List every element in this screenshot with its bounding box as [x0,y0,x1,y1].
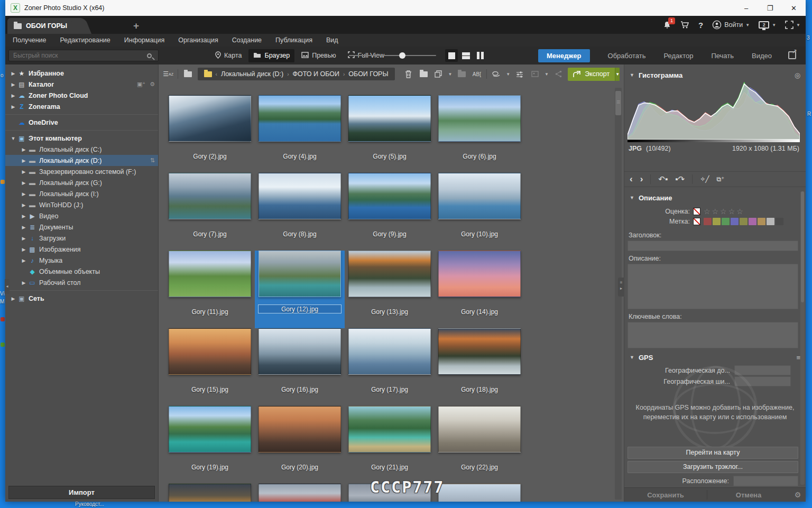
label-swatch[interactable] [740,218,748,225]
file-thumbnail[interactable] [348,328,431,375]
next-file-button[interactable]: › [640,174,643,184]
file-cell[interactable]: Gory (14).jpg [435,251,524,328]
file-name[interactable]: Gory (13).jpg [345,308,435,317]
file-name[interactable]: Gory (19).jpg [165,463,255,472]
file-cell[interactable]: Gory (22).jpg [435,406,524,484]
go-to-map-button[interactable]: Перейти на карту [628,447,798,459]
menu-item[interactable]: Информация [124,36,165,44]
breadcrumb-segment[interactable]: ФОТО И ОБОИ [293,70,339,78]
file-cell[interactable]: Gory (4).jpg [255,95,345,173]
file-name[interactable]: Gory (12).jpg [258,304,342,313]
file-thumbnail[interactable] [348,95,431,142]
file-thumbnail[interactable] [259,95,341,142]
layout-hsplit-button[interactable] [459,49,472,62]
chevron-icon[interactable]: ▶ [10,82,17,87]
import-button[interactable]: Импорт [8,486,155,499]
file-thumbnail[interactable] [438,95,521,142]
label-swatch[interactable] [767,218,774,225]
file-name[interactable]: Gory (17).jpg [345,385,435,394]
gps-header[interactable]: ▼ GPS ≡ [624,351,806,364]
file-name[interactable]: Gory (14).jpg [435,308,524,317]
file-thumbnail[interactable] [348,251,431,297]
sidebar-item-сеть[interactable]: ▶▣Сеть [5,293,158,304]
label-swatch[interactable] [722,218,730,225]
chevron-icon[interactable]: ▶ [10,93,17,98]
filter-icon[interactable] [491,68,502,80]
folder-up-icon[interactable] [182,68,193,80]
new-tab-button[interactable]: + [133,20,139,32]
layout-single-button[interactable] [445,49,458,62]
sidebar-item-onedrive[interactable]: ☁OneDrive [5,117,158,128]
description-textarea[interactable] [628,264,798,309]
sidebar-item-музыка[interactable]: ▶♪Музыка [5,255,158,266]
file-cell[interactable]: Gory (8).jpg [255,173,345,251]
menu-item[interactable]: Вид [326,36,338,44]
mode-tab-Редактор[interactable]: Редактор [663,52,693,60]
label-swatch[interactable] [758,218,765,225]
breadcrumb-segment[interactable]: Локальный диск (D:) [221,70,283,78]
histogram-target-icon[interactable]: ◎ [795,71,800,79]
file-name[interactable]: Gory (5).jpg [345,152,435,161]
file-thumbnail[interactable] [259,406,341,452]
minimize-button[interactable]: – [734,0,758,16]
sign-in-button[interactable]: Войти ▼ [712,20,750,30]
longitude-input[interactable] [734,365,791,375]
help-button[interactable]: ? [698,21,703,30]
file-cell[interactable]: Gory (21).jpg [345,406,435,484]
gps-menu-icon[interactable]: ≡ [796,354,800,362]
file-cell[interactable]: Gory (5).jpg [345,95,435,173]
file-thumbnail[interactable] [438,173,521,219]
keywords-textarea[interactable] [628,322,798,348]
sidebar-item-локальный-диск-c-[interactable]: ▶▬Локальный диск (C:) [5,144,158,155]
mode-tab-Обработать[interactable]: Обработать [608,52,646,60]
chevron-icon[interactable]: ▶ [20,191,27,197]
file-cell[interactable]: Gory (27).jpg [435,484,524,502]
mode-tab-Менеджер[interactable]: Менеджер [538,49,590,62]
file-name[interactable]: Gory (18).jpg [435,385,524,394]
file-thumbnail[interactable] [169,95,251,142]
chevron-icon[interactable]: ▶ [20,180,27,186]
file-name[interactable]: Gory (2).jpg [165,152,255,161]
file-thumbnail[interactable] [438,251,521,297]
scrollbar-thumb[interactable] [801,191,804,302]
panel-splitter-handle[interactable]: ≡▸ [618,278,624,297]
sort-icon[interactable]: ☰AZ [163,68,173,80]
file-name[interactable]: Gory (10).jpg [435,230,524,239]
fullscreen-button[interactable]: ▼ [785,21,800,29]
mode-tab-Видео[interactable]: Видео [752,52,772,60]
file-name[interactable]: Gory (11).jpg [165,308,255,317]
file-thumbnail[interactable] [259,328,341,375]
file-thumbnail[interactable] [259,484,341,502]
rotate-right-icon[interactable]: ▪↷ [675,174,685,184]
copy-icon[interactable] [433,68,444,80]
chevron-icon[interactable]: ▶ [10,296,17,301]
file-cell[interactable]: Gory (16).jpg [255,328,345,406]
sidebar-collapse-handle[interactable]: ◂ [5,279,10,294]
file-cell[interactable]: Gory (12).jpg [255,251,345,328]
chevron-icon[interactable]: ▶ [20,214,27,219]
label-swatch[interactable] [749,218,756,225]
close-button[interactable]: ✕ [782,0,806,16]
new-folder-icon[interactable] [418,68,429,80]
label-swatch[interactable] [731,218,739,225]
file-cell[interactable]: Gory (17).jpg [345,328,435,406]
file-name[interactable]: Gory (21).jpg [345,463,435,472]
load-tracklog-button[interactable]: Загрузить трэклог... [628,461,798,473]
sidebar-item-локальный-диск-d-[interactable]: ▶▬Локальный диск (D:)⇅ [5,155,158,166]
file-thumbnail[interactable] [169,484,251,502]
chevron-icon[interactable]: ▶ [20,225,27,230]
sidebar-item-изображения[interactable]: ▶▩Изображения [5,244,158,255]
chevron-down-icon[interactable]: ▼ [545,72,549,77]
no-rating-swatch[interactable] [693,208,700,215]
chevron-icon[interactable]: ▼ [10,136,17,141]
file-cell[interactable]: Gory (23).jpg [165,484,255,502]
sidebar-item-этот-компьютер[interactable]: ▼▣Этот компьютер [5,133,158,144]
file-name[interactable]: Gory (7).jpg [165,230,255,239]
open-external-icon[interactable] [788,51,796,59]
chevron-icon[interactable]: ▶ [10,71,17,76]
histogram-header[interactable]: ▼ Гистограмма ◎ [624,69,806,81]
file-name[interactable]: Gory (16).jpg [255,385,345,394]
file-cell[interactable]: Gory (24).jpg [255,484,345,502]
sidebar-item-загрузки[interactable]: ▶↓Загрузки [5,233,158,244]
chevron-icon[interactable]: ▶ [10,104,17,109]
